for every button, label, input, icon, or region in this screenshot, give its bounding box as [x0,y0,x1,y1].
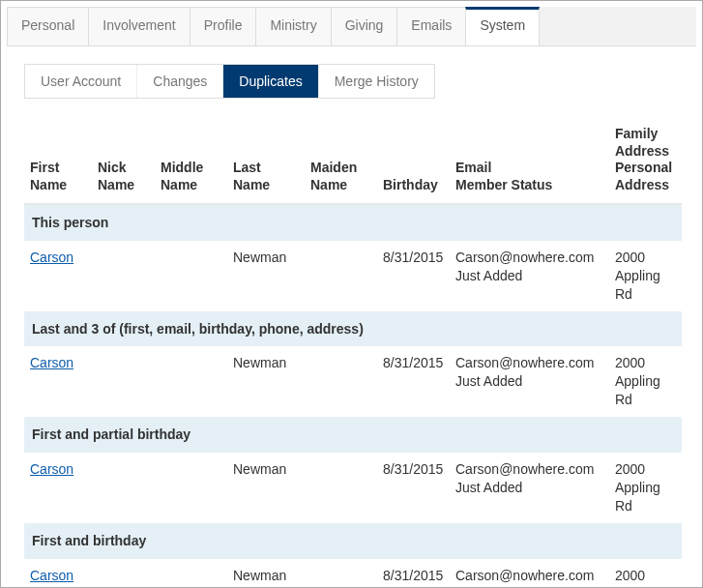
header-middle-name: Middle Name [155,120,227,204]
group-header: This person [24,204,682,241]
header-nick-name: Nick Name [92,120,155,204]
group-title: First and partial birthday [24,417,682,453]
table-row: CarsonNewman8/31/2015Carson@nowhere.comJ… [24,346,682,417]
group-title: First and birthday [24,523,682,559]
cell-address: 2000 Appling Rd [609,346,682,417]
header-maiden-name: Maiden Name [305,120,377,204]
cell-maiden [305,346,377,417]
subtab-merge-history[interactable]: Merge History [319,65,434,98]
cell-middle [155,559,227,588]
table-row: CarsonNewman8/31/2015Carson@nowhere.comJ… [24,453,682,523]
cell-address: 2000 Appling Rd [609,559,682,588]
cell-last: Newman [227,241,305,311]
cell-email-status: Carson@nowhere.comJust Added [450,241,609,311]
group-header: First and partial birthday [24,417,682,453]
cell-middle [155,453,227,523]
top-tab-bar: Personal Involvement Profile Ministry Gi… [7,7,696,46]
person-link[interactable]: Carson [30,568,73,583]
cell-maiden [305,559,377,588]
tab-involvement[interactable]: Involvement [88,7,190,45]
cell-maiden [305,241,377,311]
tab-personal[interactable]: Personal [7,7,89,45]
group-title: This person [24,204,682,241]
cell-birthday: 8/31/2015 [377,559,450,588]
cell-address: 2000 Appling Rd [609,453,682,523]
cell-nick [92,559,155,588]
header-first-name: First Name [24,120,92,204]
cell-middle [155,241,227,311]
sub-tab-bar: User Account Changes Duplicates Merge Hi… [24,64,435,99]
duplicates-table: First Name Nick Name Middle Name Last Na… [24,120,682,588]
table-row: CarsonNewman8/31/2015Carson@nowhere.comJ… [24,241,682,311]
cell-email-status: Carson@nowhere.comJust Added [450,453,609,523]
cell-email-status: Carson@nowhere.comJust Added [450,559,609,588]
cell-middle [155,346,227,417]
person-link[interactable]: Carson [30,250,73,265]
group-title: Last and 3 of (first, email, birthday, p… [24,311,682,347]
cell-nick [92,241,155,311]
group-header: First and birthday [24,523,682,559]
cell-birthday: 8/31/2015 [377,346,450,417]
cell-last: Newman [227,346,305,417]
cell-nick [92,453,155,523]
subtab-duplicates[interactable]: Duplicates [223,65,318,98]
tab-system[interactable]: System [465,7,540,45]
subtab-user-account[interactable]: User Account [25,65,137,98]
cell-address: 2000 Appling Rd [609,241,682,311]
person-link[interactable]: Carson [30,355,73,370]
tab-giving[interactable]: Giving [331,7,398,45]
person-link[interactable]: Carson [30,461,73,477]
tab-ministry[interactable]: Ministry [255,7,331,45]
cell-last: Newman [227,453,305,523]
cell-birthday: 8/31/2015 [377,453,450,523]
table-row: CarsonNewman8/31/2015Carson@nowhere.comJ… [24,559,682,588]
cell-last: Newman [227,559,305,588]
tab-profile[interactable]: Profile [190,7,257,45]
cell-nick [92,346,155,417]
header-email-status: Email Member Status [450,120,609,204]
cell-maiden [305,453,377,523]
cell-email-status: Carson@nowhere.comJust Added [450,346,609,417]
subtab-changes[interactable]: Changes [137,65,223,98]
header-birthday: Birthday [377,120,450,204]
header-last-name: Last Name [227,120,305,204]
cell-birthday: 8/31/2015 [377,241,450,311]
group-header: Last and 3 of (first, email, birthday, p… [24,311,682,347]
tab-emails[interactable]: Emails [396,7,466,45]
header-address: Family Address Personal Address [609,120,682,204]
